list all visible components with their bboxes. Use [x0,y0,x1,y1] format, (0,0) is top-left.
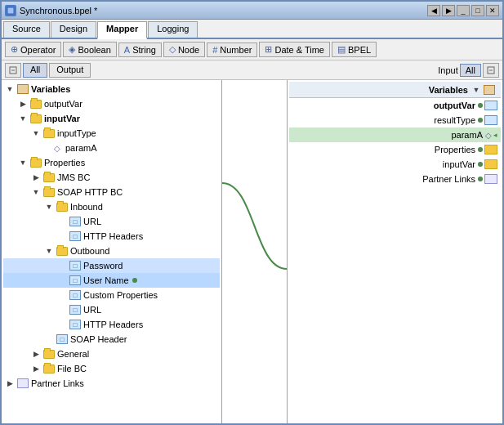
right-inputvar[interactable]: inputVar [289,157,501,172]
general-icon [42,348,56,360]
tab-source[interactable]: Source [3,21,50,38]
right-partnerlinks-label: Partner Links [422,174,475,184]
main-window: Synchronous.bpel * ◀ ▶ _ □ ✕ Source Desi… [0,0,504,425]
url1-spacer [56,215,69,228]
partnerlinks-icon [16,378,29,389]
inbound-toggle[interactable]: ▼ [42,200,56,213]
left-inputvar[interactable]: ▼ inputVar [3,111,220,126]
right-vars-toggle[interactable]: ▼ [470,83,483,96]
datetime-button[interactable]: ⊞ Date & Time [259,42,330,57]
operator-button[interactable]: ⊕ Operator [5,42,61,57]
node-button[interactable]: ◇ Node [163,42,205,57]
right-collapse-btn[interactable] [483,63,499,78]
right-variables-label: Variables [429,85,468,95]
properties-label: Properties [44,158,85,168]
soaphttpbc-label: SOAP HTTP BC [57,187,123,197]
right-outputvar-connector[interactable] [478,103,483,108]
variables-toggle[interactable]: ▼ [3,83,16,96]
tab-logging[interactable]: Logging [148,21,198,38]
left-httpheaders2[interactable]: □ HTTP Headers [3,317,220,332]
inputvar-toggle[interactable]: ▼ [16,112,29,125]
jmsbc-toggle[interactable]: ▶ [29,171,42,184]
parama-icon: ◇ [51,142,64,154]
right-vars-icon [483,84,496,96]
right-variables-root[interactable]: Variables ▼ [289,82,501,98]
left-password[interactable]: □ Password [3,258,220,273]
outbound-label: Outbound [70,246,109,256]
left-httpheaders1[interactable]: □ HTTP Headers [3,229,220,244]
username-icon: □ [69,275,82,286]
nav-fwd-btn[interactable]: ▶ [442,5,455,16]
httpheaders1-spacer [56,230,69,243]
all-right-button[interactable]: All [460,64,481,77]
soaphttpbc-toggle[interactable]: ▼ [29,186,42,199]
left-properties[interactable]: ▼ Properties [3,155,220,170]
left-variables-root[interactable]: ▼ Variables [3,82,220,96]
left-collapse-btn[interactable] [5,63,21,78]
username-label: User Name [83,275,129,285]
partnerlinks-toggle[interactable]: ▶ [3,377,16,390]
boolean-icon: ◈ [69,44,75,55]
tab-design[interactable]: Design [51,21,96,38]
left-url1[interactable]: □ URL [3,214,220,229]
operator-icon: ⊕ [11,44,18,55]
tab-mapper[interactable]: Mapper [97,21,147,39]
mapper-canvas [222,80,288,423]
filebc-toggle[interactable]: ▶ [29,362,42,375]
nav-back-btn[interactable]: ◀ [427,5,440,16]
right-parama[interactable]: paramA ◇ ◂ [289,128,501,142]
left-outputvar[interactable]: ▶ outputVar [3,96,220,111]
username-connector[interactable] [132,278,137,283]
minimize-btn[interactable]: _ [457,5,470,16]
left-url2[interactable]: □ URL [3,302,220,317]
left-general[interactable]: ▶ General [3,347,220,361]
main-content: ▼ Variables ▶ outputVar ▼ [2,80,502,423]
outbound-toggle[interactable]: ▼ [42,244,56,257]
svg-rect-0 [7,7,14,14]
left-soapheader[interactable]: □ SOAP Header [3,332,220,347]
left-inputtype[interactable]: ▼ inputType [3,126,220,141]
left-username[interactable]: □ User Name [3,273,220,288]
general-toggle[interactable]: ▶ [29,347,42,360]
outbound-icon [56,245,69,257]
left-soaphttpbc[interactable]: ▼ SOAP HTTP BC [3,185,220,199]
close-btn[interactable]: ✕ [486,5,499,16]
inputtype-toggle[interactable]: ▼ [29,127,42,140]
right-partnerlinks-connector[interactable] [478,177,483,181]
boolean-button[interactable]: ◈ Boolean [63,42,116,57]
left-filebc[interactable]: ▶ File BC [3,361,220,376]
all-left-button[interactable]: All [23,63,47,78]
string-icon: A [124,45,130,55]
io-right-controls: Input All [438,63,499,78]
left-customprops[interactable]: □ Custom Properties [3,288,220,302]
mapping-curve-svg [222,80,287,423]
output-button[interactable]: Output [49,63,91,78]
outputvar-toggle[interactable]: ▶ [16,97,29,110]
right-resulttype-connector[interactable] [478,118,483,123]
left-outbound[interactable]: ▼ Outbound [3,244,220,258]
left-inbound[interactable]: ▼ Inbound [3,199,220,214]
right-inputvar-connector[interactable] [478,162,483,167]
right-inputvar-label: inputVar [443,159,475,169]
maximize-btn[interactable]: □ [471,5,484,16]
left-partnerlinks[interactable]: ▶ Partner Links [3,376,220,391]
right-resulttype[interactable]: resultType [289,113,501,128]
bpel-button[interactable]: ▤ BPEL [332,42,377,57]
left-jmsbc[interactable]: ▶ JMS BC [3,170,220,185]
right-outputvar[interactable]: outputVar [289,98,501,113]
httpheaders2-spacer [56,318,69,331]
variables-label: Variables [31,84,70,94]
io-left-controls: All Output [5,63,436,78]
right-partnerlinks[interactable]: Partner Links [289,172,501,186]
url2-icon: □ [69,304,82,315]
properties-toggle[interactable]: ▼ [16,156,29,169]
right-properties-connector[interactable] [478,147,483,152]
right-properties[interactable]: Properties [289,142,501,157]
left-parama[interactable]: ◇ paramA [3,141,220,155]
number-icon: # [212,45,217,55]
right-parama-connector-left[interactable]: ◂ [493,131,497,139]
username-spacer [56,274,69,287]
string-button[interactable]: A String [118,42,162,57]
title-controls: ◀ ▶ _ □ ✕ [427,5,499,16]
number-button[interactable]: # Number [207,42,257,57]
